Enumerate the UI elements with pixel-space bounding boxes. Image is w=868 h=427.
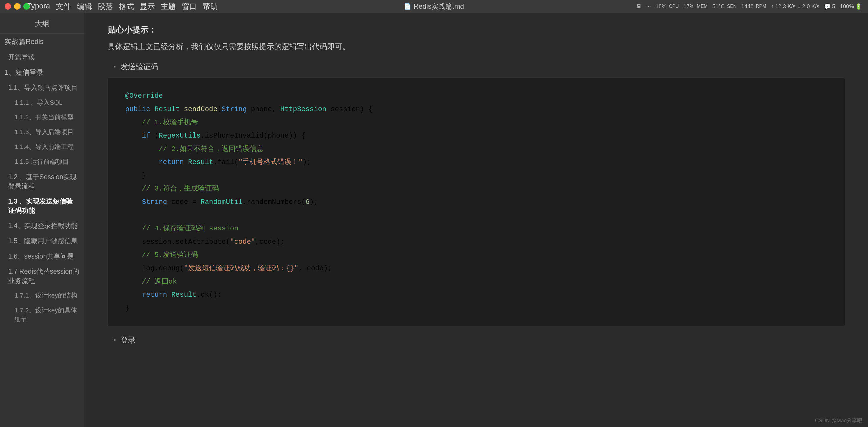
maximize-button[interactable] <box>23 3 30 10</box>
code-line-4: if (RegexUtils.isPhoneInvalid(phone)) { <box>125 129 827 142</box>
footer-text: CSDN @Mac分享吧 <box>815 417 862 424</box>
menu-help[interactable]: 帮助 <box>203 1 218 12</box>
code-line-12: session.setAttribute("code",code); <box>125 235 827 249</box>
menu-format[interactable]: 格式 <box>119 1 134 12</box>
sidebar-item-16[interactable]: 1.7.2、设计key的具体细节 <box>0 303 84 327</box>
sidebar-item-5[interactable]: 1.1.2、有关当前模型 <box>0 110 84 125</box>
sidebar-item-12[interactable]: 1.5、隐藏用户敏感信息 <box>0 233 84 249</box>
mem-status: 17% MEM <box>683 3 708 10</box>
menu-bar-items: Typora 文件 编辑 段落 格式 显示 主题 窗口 帮助 <box>27 1 218 12</box>
menu-paragraph[interactable]: 段落 <box>98 1 113 12</box>
menu-theme[interactable]: 主题 <box>161 1 176 12</box>
sidebar-item-13[interactable]: 1.6、session共享问题 <box>0 249 84 264</box>
bullet-item-2: ▪ 登录 <box>108 335 845 345</box>
sidebar-item-10[interactable]: 1.3 、实现发送短信验证码功能 <box>0 194 84 218</box>
sidebar-item-0[interactable]: 实战篇Redis <box>0 34 84 50</box>
code-line-17: } <box>125 302 827 315</box>
temp-status: 51°C SEN <box>712 3 737 10</box>
main-layout: 大纲 实战篇Redis 开篇导读 1、短信登录 1.1、导入黑马点评项目 1.1… <box>0 13 868 427</box>
code-line-14: log.debug("发送短信验证码成功，验证码：{}", code); <box>125 262 827 275</box>
menu-typora[interactable]: Typora <box>27 1 50 12</box>
sidebar: 大纲 实战篇Redis 开篇导读 1、短信登录 1.1、导入黑马点评项目 1.1… <box>0 13 85 427</box>
bullet-icon-1: ▪ <box>114 63 116 70</box>
tip-box: 贴心小提示： 具体逻辑上文已经分析，我们仅仅只需要按照提示的逻辑写出代码即可。 <box>108 25 845 53</box>
sidebar-item-1[interactable]: 开篇导读 <box>0 50 84 65</box>
code-line-5: // 2.如果不符合，返回错误信息 <box>125 142 827 156</box>
bullet-label-1: 发送验证码 <box>121 62 158 72</box>
code-line-10 <box>125 209 827 222</box>
code-line-9: String code = RandomUtil.randomNumbers(6… <box>125 195 827 209</box>
sidebar-item-3[interactable]: 1.1、导入黑马点评项目 <box>0 80 84 95</box>
more-icon: ··· <box>646 3 651 10</box>
minimize-button[interactable] <box>14 3 20 10</box>
bullet-icon-2: ▪ <box>114 336 116 344</box>
cpu-status: 18% CPU <box>655 3 679 10</box>
status-bar: 🖥 ··· 18% CPU 17% MEM 51°C SEN 1448 RPM … <box>636 3 862 10</box>
code-block: @Override public Result sendCode(String … <box>108 78 845 326</box>
code-line-11: // 4.保存验证码到 session <box>125 222 827 235</box>
sidebar-item-11[interactable]: 1.4、实现登录拦截功能 <box>0 218 84 233</box>
code-line-2: public Result sendCode(String phone, Htt… <box>125 103 827 116</box>
menu-edit[interactable]: 编辑 <box>77 1 92 12</box>
tip-text: 具体逻辑上文已经分析，我们仅仅只需要按照提示的逻辑写出代码即可。 <box>108 40 845 53</box>
code-line-8: // 3.符合，生成验证码 <box>125 182 827 195</box>
battery-status: 100% 🔋 <box>840 3 862 10</box>
bullet-item-1: ▪ 发送验证码 <box>108 62 845 72</box>
bullet-label-2: 登录 <box>121 335 136 345</box>
net-status: ↑ 12.3 K/s ↓ 2.0 K/s <box>771 3 819 10</box>
code-line-7: } <box>125 169 827 183</box>
sidebar-item-15[interactable]: 1.7.1、设计key的结构 <box>0 288 84 303</box>
code-line-13: // 5.发送验证码 <box>125 249 827 262</box>
sidebar-item-7[interactable]: 1.1.4、导入前端工程 <box>0 140 84 155</box>
tip-title: 贴心小提示： <box>108 25 845 35</box>
sidebar-item-2[interactable]: 1、短信登录 <box>0 65 84 80</box>
menu-window[interactable]: 窗口 <box>182 1 197 12</box>
sidebar-item-9[interactable]: 1.2 、基于Session实现登录流程 <box>0 169 84 194</box>
sidebar-title: 大纲 <box>0 13 84 34</box>
close-button[interactable] <box>5 3 11 10</box>
traffic-lights <box>5 3 30 10</box>
menu-file[interactable]: 文件 <box>56 1 71 12</box>
content-area: 贴心小提示： 具体逻辑上文已经分析，我们仅仅只需要按照提示的逻辑写出代码即可。 … <box>85 13 868 427</box>
wechat-icon: 💬 5 <box>824 3 835 10</box>
code-line-15: // 返回ok <box>125 275 827 289</box>
sidebar-item-4[interactable]: 1.1.1 、导入SQL <box>0 95 84 110</box>
code-line-1: @Override <box>125 89 827 103</box>
code-line-16: return Result.ok(); <box>125 288 827 302</box>
menu-view[interactable]: 显示 <box>140 1 155 12</box>
menubar:  Typora 文件 编辑 段落 格式 显示 主题 窗口 帮助 📄 Redis… <box>0 0 868 13</box>
code-line-6: return Result.fail("手机号格式错误！"); <box>125 156 827 169</box>
sidebar-item-6[interactable]: 1.1.3、导入后端项目 <box>0 125 84 140</box>
rpm-status: 1448 RPM <box>741 3 767 10</box>
sidebar-item-8[interactable]: 1.1.5 运行前端项目 <box>0 155 84 169</box>
code-line-3: // 1.校验手机号 <box>125 116 827 129</box>
sidebar-nav: 实战篇Redis 开篇导读 1、短信登录 1.1、导入黑马点评项目 1.1.1 … <box>0 34 84 327</box>
window-title: 📄 Redis实战篇.md <box>404 2 464 11</box>
file-icon: 📄 <box>404 3 411 10</box>
sidebar-item-14[interactable]: 1.7 Redis代替session的业务流程 <box>0 264 84 288</box>
screen-icon: 🖥 <box>636 3 642 10</box>
